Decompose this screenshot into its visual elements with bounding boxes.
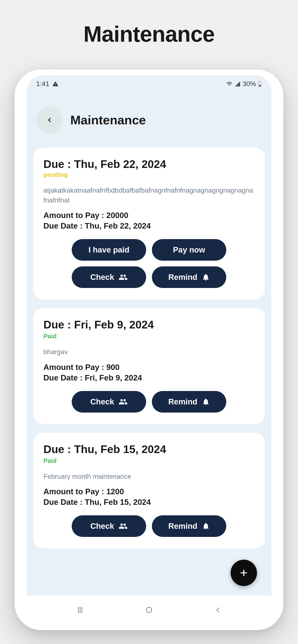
status-right: 30% <box>226 80 262 88</box>
remind-button[interactable]: Remind <box>152 391 226 412</box>
battery-percent: 30% <box>243 80 256 88</box>
remind-button[interactable]: Remind <box>152 266 226 288</box>
card-description: bhargav <box>43 347 255 357</box>
check-button[interactable]: Check <box>72 266 146 288</box>
home-button[interactable] <box>145 606 153 614</box>
button-label: Remind <box>168 522 197 531</box>
card-amount: Amount to Pay : 20000 <box>43 211 255 220</box>
card-due-date: Due Date : Thu, Feb 22, 2024 <box>43 222 255 230</box>
card-status: pending <box>43 171 255 178</box>
card-due-title: Due : Thu, Feb 22, 2024 <box>43 158 255 170</box>
maintenance-card: Due : Fri, Feb 9, 2024 Paid bhargav Amou… <box>33 308 265 424</box>
people-icon <box>118 397 128 406</box>
people-icon <box>118 522 128 531</box>
add-button[interactable] <box>231 560 257 586</box>
maintenance-card: Due : Thu, Feb 22, 2024 pending atjakatk… <box>33 148 265 300</box>
card-description: atjakatkakatnaafnafnfbdbdbafbafbafnagnfn… <box>43 186 255 205</box>
status-bar: 1:41 30% <box>27 75 271 92</box>
card-status: Paid <box>43 332 255 340</box>
chevron-left-icon <box>46 117 53 124</box>
status-left: 1:41 <box>36 80 59 88</box>
system-back-button[interactable] <box>214 606 222 614</box>
card-amount: Amount to Pay : 1200 <box>43 487 255 496</box>
button-label: Check <box>90 397 114 406</box>
button-row: Check Remind <box>43 515 255 537</box>
plus-icon <box>239 568 249 578</box>
button-label: I have paid <box>89 245 129 254</box>
screen: 1:41 30% Mainte <box>27 75 271 624</box>
card-due-title: Due : Fri, Feb 9, 2024 <box>43 318 255 331</box>
system-nav-bar <box>27 596 271 624</box>
bell-icon <box>202 398 210 406</box>
back-button[interactable] <box>36 107 63 133</box>
button-label: Check <box>90 273 114 282</box>
card-due-date: Due Date : Fri, Feb 9, 2024 <box>43 373 255 382</box>
content-list[interactable]: Due : Thu, Feb 22, 2024 pending atjakatk… <box>27 143 271 598</box>
pay-now-button[interactable]: Pay now <box>152 239 226 261</box>
svg-rect-1 <box>259 81 260 82</box>
people-icon <box>118 273 128 282</box>
button-row: Check Remind <box>43 391 255 412</box>
button-label: Remind <box>168 273 197 282</box>
i-have-paid-button[interactable]: I have paid <box>72 239 146 261</box>
button-row: I have paid Pay now <box>43 239 255 261</box>
card-due-date: Due Date : Thu, Feb 15, 2024 <box>43 498 255 507</box>
card-description: February month maintenance <box>43 472 255 482</box>
check-button[interactable]: Check <box>72 515 146 537</box>
header-title: Maintenance <box>70 113 146 127</box>
card-amount: Amount to Pay : 900 <box>43 363 255 372</box>
page-external-title: Maintenance <box>0 22 298 47</box>
button-label: Remind <box>168 397 197 406</box>
warning-icon <box>52 81 59 87</box>
signal-icon <box>234 81 241 87</box>
check-button[interactable]: Check <box>72 391 146 412</box>
svg-rect-2 <box>259 85 261 86</box>
svg-rect-8 <box>146 608 152 612</box>
status-time: 1:41 <box>36 80 49 88</box>
card-due-title: Due : Thu, Feb 15, 2024 <box>43 443 255 456</box>
app-header: Maintenance <box>27 92 271 143</box>
button-label: Pay now <box>173 245 205 254</box>
button-label: Check <box>90 522 114 531</box>
wifi-icon <box>226 81 232 87</box>
phone-frame: 1:41 30% Mainte <box>15 70 283 630</box>
bell-icon <box>202 522 210 530</box>
maintenance-card: Due : Thu, Feb 15, 2024 Paid February mo… <box>33 433 265 549</box>
bell-icon <box>202 273 210 281</box>
remind-button[interactable]: Remind <box>152 515 226 537</box>
recent-apps-button[interactable] <box>76 606 84 614</box>
card-status: Paid <box>43 457 255 464</box>
battery-icon <box>258 81 262 87</box>
button-row: Check Remind <box>43 266 255 288</box>
